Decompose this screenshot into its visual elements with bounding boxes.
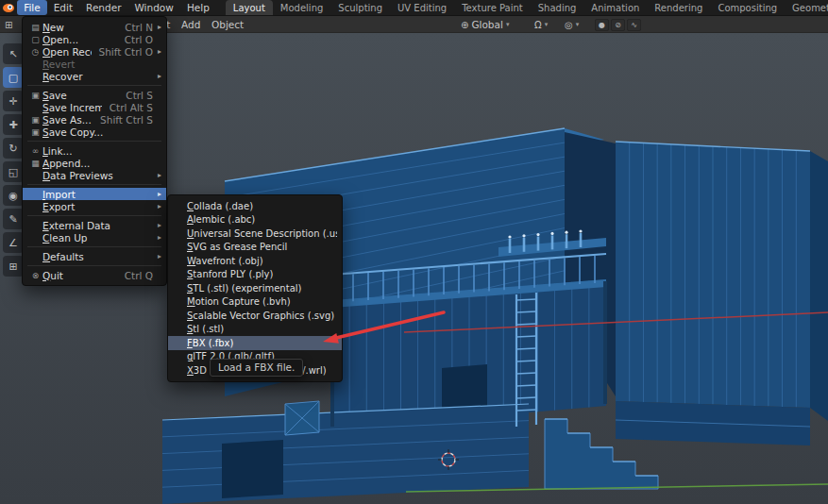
workspace-tab-uv-editing[interactable]: UV Editing [390, 0, 454, 15]
blender-logo-icon[interactable] [0, 0, 17, 15]
import-menu-item-svg-as-grease-pencil[interactable]: SVG as Grease Pencil [168, 241, 342, 255]
menu-item-label: New [42, 22, 117, 33]
workspace-tab-rendering[interactable]: Rendering [647, 0, 710, 15]
select-box-tool[interactable]: ▢ [3, 67, 24, 88]
file-menu-item-save[interactable]: ▣SaveCtrl S [23, 89, 166, 101]
chevron-down-icon: ▾ [506, 21, 510, 28]
file-menu-item-revert[interactable]: Revert [23, 58, 166, 70]
viewport-overlay-toggles: ● ⊘ ∿ [595, 16, 643, 33]
transform-tool[interactable]: ◉ [3, 185, 24, 206]
menu-item-label: SVG as Grease Pencil [187, 242, 337, 252]
file-menu-item-link[interactable]: ∞Link... [23, 144, 166, 157]
file-menu-item-save-incremental[interactable]: Save IncrementalCtrl Alt S [23, 101, 166, 113]
header-menu-object[interactable]: Object [211, 16, 244, 33]
submenu-arrow-icon: ▸ [153, 47, 161, 56]
import-menu-item-fbx-fbx[interactable]: FBX (.fbx) [168, 336, 342, 350]
menu-edit[interactable]: Edit [47, 0, 79, 15]
transform-orientation-dropdown[interactable]: ⊕ Global ▾ [461, 16, 509, 33]
file-menu-item-new[interactable]: ▤NewCtrl N▸ [23, 21, 166, 33]
menu-item-shortcut: Ctrl Q [125, 270, 153, 281]
import-menu-item-motion-capture-bvh[interactable]: Motion Capture (.bvh) [168, 295, 342, 310]
menu-item-label: Motion Capture (.bvh) [187, 296, 337, 307]
workspace-tab-modeling[interactable]: Modeling [273, 0, 331, 15]
menu-item-label: STL (.stl) (experimental) [187, 283, 337, 294]
import-menu-item-wavefront-obj[interactable]: Wavefront (.obj) [168, 254, 342, 268]
import-menu-item-universal-scene-description-usd[interactable]: Universal Scene Description (.usd*) [168, 227, 342, 241]
menu-item-label: Quit [42, 270, 117, 281]
snap-magnet-icon: Ω [534, 20, 542, 30]
scale-tool[interactable]: ◱ [3, 161, 24, 182]
file-menu-item-import[interactable]: Import▸ [23, 188, 166, 200]
file-menu-item-save-copy[interactable]: ▣Save Copy... [23, 126, 166, 138]
workspace-tab-geometry-nodes[interactable]: Geometry Nodes [785, 0, 828, 15]
file-menu-item-append[interactable]: ▦Append... [23, 157, 166, 169]
workspace-tab-animation[interactable]: Animation [583, 0, 647, 15]
workspace-tab-layout[interactable]: Layout [226, 0, 273, 15]
chevron-down-icon: ▾ [576, 21, 580, 28]
file-menu-item-export[interactable]: Export▸ [23, 200, 166, 212]
menu-help[interactable]: Help [180, 0, 216, 15]
file-menu-item-recover[interactable]: Recover▸ [23, 70, 166, 82]
menu-item-label: Open... [42, 34, 117, 45]
file-menu-item-clean-up[interactable]: Clean Up▸ [23, 231, 166, 244]
workspace-tab-compositing[interactable]: Compositing [710, 0, 785, 15]
file-menu-item-open[interactable]: ▢Open...Ctrl O [23, 33, 166, 45]
menu-separator [27, 215, 161, 216]
snapping-dropdown[interactable]: Ω ▾ [534, 16, 548, 33]
submenu-arrow-icon: ▸ [153, 171, 161, 179]
file-menu-item-data-previews[interactable]: Data Previews▸ [23, 169, 166, 181]
submenu-arrow-icon: ▸ [153, 252, 161, 260]
overlay-toggle-3[interactable]: ∿ [627, 19, 641, 31]
cursor-tool[interactable]: ✛ [3, 91, 24, 111]
menu-item-label: Import [42, 189, 153, 200]
proportional-editing-dropdown[interactable]: ◎ ▾ [565, 16, 579, 33]
append-icon: ▦ [28, 159, 42, 168]
top-menu-bar: FileEditRenderWindowHelp LayoutModelingS… [0, 0, 828, 16]
menu-item-label: Universal Scene Description (.usd*) [187, 228, 337, 239]
submenu-arrow-icon: ▸ [153, 23, 161, 31]
menu-render[interactable]: Render [79, 0, 127, 15]
menu-item-shortcut: Shift Ctrl S [100, 114, 153, 126]
measure-tool[interactable]: ∠ [3, 232, 24, 253]
move-tool[interactable]: ✚ [3, 114, 24, 135]
overlay-toggle-2[interactable]: ⊘ [611, 19, 625, 31]
submenu-arrow-icon: ▸ [153, 233, 161, 242]
file-menu-item-quit[interactable]: ⊗QuitCtrl Q [23, 269, 166, 281]
annotate-tool[interactable]: ✎ [3, 209, 24, 229]
editor-type-icon[interactable]: ⊞ [5, 16, 12, 33]
header-menu-add[interactable]: Add [181, 16, 200, 33]
save-icon: ▣ [28, 127, 42, 137]
workspace-tab-sculpting[interactable]: Sculpting [330, 0, 390, 15]
overlay-toggle-1[interactable]: ● [595, 19, 609, 31]
menu-window[interactable]: Window [127, 0, 179, 15]
add-cube-tool[interactable]: ⊞ [3, 256, 24, 277]
menu-item-label: Collada (.dae) [187, 201, 337, 211]
menu-file[interactable]: File [17, 0, 47, 15]
tool-shelf: ↖▢✛✚↻◱◉✎∠⊞ [3, 43, 24, 277]
rotate-tool[interactable]: ↻ [3, 138, 24, 159]
import-menu-item-alembic-abc[interactable]: Alembic (.abc) [168, 213, 342, 227]
tooltip: Load a FBX file. [210, 359, 303, 377]
workspace-tab-shading[interactable]: Shading [531, 0, 584, 15]
menu-item-shortcut: Shift Ctrl O [99, 46, 154, 58]
menu-item-label: Alembic (.abc) [187, 214, 337, 225]
workspace-tab-texture-paint[interactable]: Texture Paint [454, 0, 531, 15]
menu-item-label: Export [42, 201, 153, 212]
import-menu-item-scalable-vector-graphics-svg[interactable]: Scalable Vector Graphics (.svg) [168, 309, 342, 323]
menu-item-label: Stanford PLY (.ply) [187, 269, 337, 279]
menu-separator [27, 85, 161, 86]
file-menu: ▤NewCtrl N▸▢Open...Ctrl O◷Open RecentShi… [22, 16, 167, 286]
import-menu-item-stl-stl[interactable]: Stl (.stl) [168, 323, 342, 337]
import-menu-item-stl-stl-experimental[interactable]: STL (.stl) (experimental) [168, 281, 342, 295]
file-menu-item-save-as[interactable]: ▣Save As...Shift Ctrl S [23, 113, 166, 126]
menu-separator [27, 141, 161, 142]
tweak-tool[interactable]: ↖ [3, 43, 24, 64]
chevron-down-icon: ▾ [545, 21, 549, 28]
menu-item-label: Recover [42, 71, 153, 82]
menu-item-label: Append... [42, 158, 153, 169]
file-menu-item-defaults[interactable]: Defaults▸ [23, 250, 166, 262]
import-menu-item-collada-dae[interactable]: Collada (.dae) [168, 199, 342, 213]
file-menu-item-external-data[interactable]: External Data▸ [23, 219, 166, 231]
file-menu-item-open-recent[interactable]: ◷Open RecentShift Ctrl O▸ [23, 45, 166, 58]
import-menu-item-stanford-ply-ply[interactable]: Stanford PLY (.ply) [168, 268, 342, 282]
